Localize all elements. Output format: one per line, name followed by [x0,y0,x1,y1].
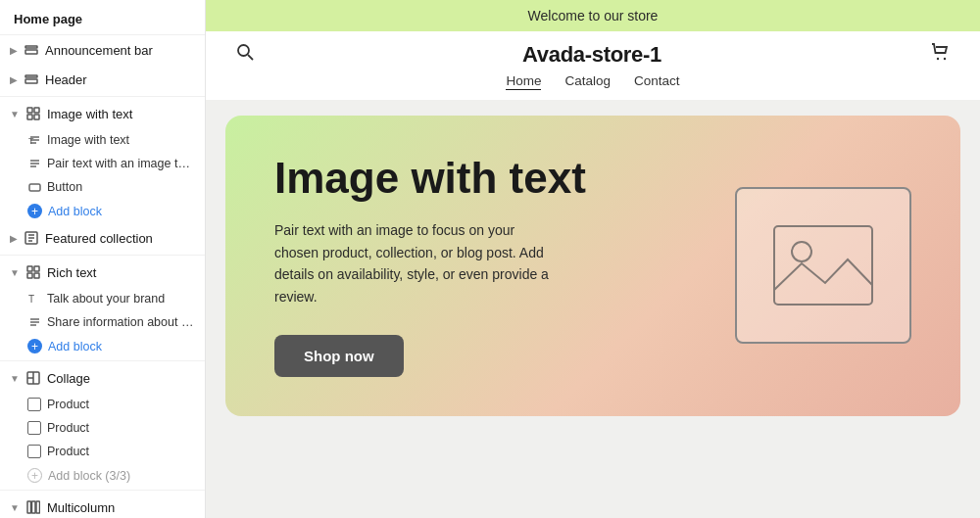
button-icon [27,180,41,194]
svg-rect-23 [34,273,39,278]
text-icon-rt: T [27,292,41,306]
svg-rect-33 [36,501,40,513]
chevron-down-icon: ▼ [10,109,20,119]
hero-text-area: Image with text Pair text with an image … [274,155,696,377]
store-header-preview: Avada-store-1 Home Catalog Contact [206,31,980,100]
add-block-rich-text[interactable]: + Add block [0,334,205,358]
sidebar-sub-pair-text[interactable]: Pair text with an image to focu... [0,152,205,175]
sidebar-sub-talk-about-brand[interactable]: T Talk about your brand [0,287,205,310]
svg-point-36 [937,58,939,60]
product-3-label: Product [47,445,89,458]
chevron-icon: ▶ [10,74,18,85]
svg-rect-21 [34,266,39,271]
store-header-top: Avada-store-1 [235,41,951,68]
rich-text-grid-icon [25,264,41,280]
chevron-icon: ▶ [10,45,18,56]
plus-circle-rt-icon: + [27,339,42,353]
text-icon: T [27,133,41,147]
image-with-text-label: Image with text [47,107,132,121]
svg-rect-20 [27,266,32,271]
rich-text-label: Rich text [47,265,97,280]
svg-rect-7 [34,115,39,119]
hero-title: Image with text [274,155,696,202]
svg-rect-2 [25,75,37,77]
sidebar-sub-button[interactable]: Button [0,175,205,199]
hero-image-placeholder [735,187,911,344]
sidebar-item-rich-text[interactable]: ▼ Rich text [0,258,205,287]
plus-circle-disabled-icon: + [27,468,42,483]
sidebar-item-image-with-text[interactable]: ▼ Image with text [0,99,205,128]
svg-point-34 [238,45,249,56]
lines-icon [27,157,41,170]
product-icon-3 [27,445,41,458]
multicolumn-label: Multicolumn [47,500,115,515]
shop-now-button[interactable]: Shop now [274,335,404,377]
nav-home[interactable]: Home [506,73,541,90]
cart-icon[interactable] [929,41,951,68]
main-content: Welcome to our store Avada-store-1 [206,0,980,518]
sidebar-item-announcement-bar[interactable]: ▶ Announcement bar [0,35,205,65]
svg-line-35 [248,55,253,60]
pair-text-label: Pair text with an image to focu... [47,157,194,170]
header-layout-icon [24,71,39,87]
svg-text:T: T [28,294,34,305]
chevron-down-icon-mc: ▼ [10,502,20,513]
nav-contact[interactable]: Contact [634,73,680,90]
store-preview: Welcome to our store Avada-store-1 [206,0,980,518]
svg-rect-31 [27,501,31,513]
sidebar-sub-image-with-text[interactable]: T Image with text [0,128,205,152]
sidebar-item-multicolumn[interactable]: ▼ Multicolumn [0,493,205,518]
collage-label: Collage [47,371,90,386]
svg-text:T: T [28,136,34,146]
talk-about-brand-label: Talk about your brand [47,292,165,306]
product-icon-1 [27,398,41,411]
search-icon[interactable] [235,42,255,67]
store-title: Avada-store-1 [522,42,662,68]
add-block-collage-disabled: + Add block (3/3) [0,463,205,488]
svg-point-39 [792,242,811,261]
chevron-down-icon-rt: ▼ [10,267,20,278]
star-icon [24,230,39,246]
share-info-label: Share information about your b... [47,315,194,329]
sidebar-sub-product-1[interactable]: Product [0,393,205,416]
chevron-down-icon-col: ▼ [10,373,20,384]
svg-rect-15 [29,184,40,191]
sidebar-sub-product-3[interactable]: Product [0,440,205,463]
nav-catalog[interactable]: Catalog [564,73,611,90]
svg-rect-3 [25,79,37,83]
store-nav: Home Catalog Contact [506,73,679,90]
header-label: Header [45,72,87,87]
sidebar-item-collage[interactable]: ▼ Collage [0,363,205,393]
sidebar-sub-product-2[interactable]: Product [0,416,205,440]
plus-circle-icon: + [27,204,42,218]
sidebar-item-header[interactable]: ▶ Header [0,65,205,94]
sidebar: Home page ▶ Announcement bar ▶ Header ▼ [0,0,206,518]
grid-icon [25,106,41,121]
product-1-label: Product [47,398,89,411]
announcement-bar-label: Announcement bar [45,43,153,58]
hero-section: Image with text Pair text with an image … [225,116,960,416]
chevron-icon-fc: ▶ [10,233,18,244]
svg-rect-38 [774,226,872,305]
add-block-label: Add block [48,205,102,218]
announcement-text: Welcome to our store [528,8,659,24]
svg-rect-6 [27,115,32,119]
add-block-rt-label: Add block [48,340,102,353]
button-label: Button [47,180,82,194]
product-2-label: Product [47,421,89,435]
svg-rect-4 [27,108,32,113]
svg-rect-1 [25,50,37,54]
sidebar-sub-share-info[interactable]: Share information about your b... [0,310,205,334]
svg-rect-5 [34,108,39,113]
svg-point-37 [944,58,946,60]
sidebar-item-featured-collection[interactable]: ▶ Featured collection [0,223,205,253]
page-title: Home page [0,0,205,35]
iwt-child-label: Image with text [47,133,129,147]
multicolumn-icon [25,499,41,515]
add-block-image-with-text[interactable]: + Add block [0,199,205,223]
featured-collection-label: Featured collection [45,231,153,246]
svg-rect-22 [27,273,32,278]
hero-description: Pair text with an image to focus on your… [274,219,549,307]
layout-icon [24,42,39,58]
lines-icon-rt [27,315,41,329]
